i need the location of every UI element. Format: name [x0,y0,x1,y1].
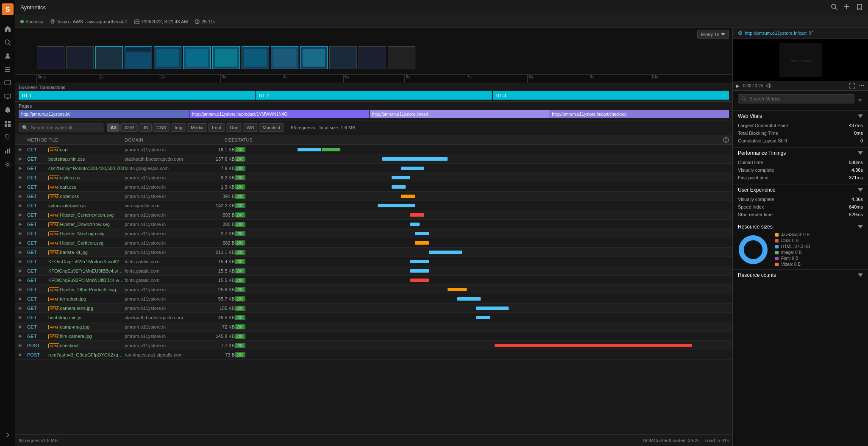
bt-bar-2[interactable]: BT 2 [256,91,492,100]
svg-rect-9 [5,94,11,98]
table-row[interactable]: ▶ GET APMcart.css pmrum.o11ystore.in 1.3… [15,182,732,192]
video-time: 0:00 / 0:25 [743,84,763,88]
table-row[interactable]: ▶ GET APMfilm-camera.jpg pmrum.o11ystore… [15,332,732,341]
page-title: Synthetics [20,4,46,11]
more-options-icon[interactable] [859,83,865,89]
filter-tab-js[interactable]: JS [139,123,152,132]
web-vitals-chevron[interactable] [858,114,863,118]
perf-timings-chevron[interactable] [858,151,863,155]
sidebar-search-icon[interactable] [3,38,12,47]
bt-bar-3[interactable]: BT 3 [493,91,729,100]
page-bar-3[interactable]: http://pmrum.o11ystore.in/cart [370,110,549,118]
sidebar-list-icon[interactable] [3,65,12,74]
table-row[interactable]: ▶ POST APMcheckout pmrum.o11ystore.in 7.… [15,341,732,350]
page-bar-2[interactable]: http://pmrum.o11ystore.in/product/1YMWWN… [189,110,369,118]
metric-row-cls: Cumulative Layout Shift 0 [738,137,863,145]
search-metrics-input[interactable] [738,94,854,103]
table-row[interactable]: ▶ GET bootstrap.min.js stackpath.bootstr… [15,313,732,322]
sidebar-bell-icon[interactable] [3,106,12,114]
filter-tab-font[interactable]: Font [208,123,225,132]
filter-tab-doc[interactable]: Doc [226,123,242,132]
location-text: Tokyo - AWS - aws-ap-northeast-1 [57,19,128,24]
video-url-link[interactable]: http://pmrum.o11ystore.in/cart [745,31,807,36]
table-row[interactable]: ▶ GET APMorder.css pmrum.o11ystore.in 39… [15,192,732,201]
resource-counts-chevron[interactable] [858,273,863,277]
sidebar-expand-icon[interactable] [3,431,12,439]
filter-tab-all[interactable]: All [107,123,120,132]
table-row[interactable]: ▶ GET APMcart pmrum.o11ystore.in 16.1 KB… [15,145,732,154]
ue-chevron[interactable] [858,188,863,192]
header-search-icon[interactable] [831,3,837,11]
page-bar-1[interactable]: http://pmrum.o11ystore.in/ [19,110,189,118]
filmstrip-frame [125,46,152,69]
table-row[interactable]: ▶ GET APMHipster_NavLogo.svg pmrum.o11ys… [15,229,732,238]
filter-tab-manifest[interactable]: Manifest [259,123,284,132]
filmstrip-frame [388,46,415,69]
table-row[interactable]: ▶ GET APMHipster_DownArrow.svg pmrum.o11… [15,220,732,229]
table-row[interactable]: ▶ GET splunk-otel-web.js cdn.signalfx.co… [15,201,732,210]
video-player[interactable]: Video Preview [733,39,868,81]
header-bookmark-icon[interactable] [856,3,863,11]
svg-rect-50 [740,31,741,35]
sidebar-chart-icon[interactable] [3,147,12,155]
waterfall-search-input[interactable] [19,123,103,132]
ue-title: User Experience [738,187,776,193]
svg-point-14 [8,136,9,137]
sidebar-grid-icon[interactable] [3,120,12,128]
time-tick-4: 4s [282,75,343,83]
header-add-icon[interactable] [843,3,850,11]
fullscreen-icon[interactable] [849,83,855,89]
sidebar-home-icon[interactable] [3,25,12,33]
table-row[interactable]: ▶ GET APMHipster_CartIcon.svg pmrum.o11y… [15,238,732,248]
legend-css: CSS: 0 B [775,238,810,243]
table-row[interactable]: ▶ GET APMHipster_OtherProducts.svg pmrum… [15,285,732,294]
legend-js: JavaScript: 0 B [775,232,810,237]
filter-tab-media[interactable]: Media [187,123,207,132]
filter-tab-xhr[interactable]: XHR [120,123,138,132]
svg-point-55 [863,85,864,86]
filter-tab-ws[interactable]: WS [243,123,258,132]
metric-row-vc: Visually complete 4.36s [738,195,863,203]
time-tick-8: 8s [527,75,589,83]
business-transactions-section: Business Transactions BT 1 BT 2 BT 3 [15,83,732,102]
table-row[interactable]: ▶ GET APMstyles.css pmrum.o11ystore.in 9… [15,173,732,182]
sidebar-user-icon[interactable] [3,52,12,60]
status-text: Success [25,19,43,24]
time-tick-7: 7s [466,75,527,83]
play-button[interactable]: ▶ [736,84,740,88]
filter-tab-css[interactable]: CSS [153,123,170,132]
table-row[interactable]: ▶ GET css?family=Roboto:300,400,500,700 … [15,164,732,173]
table-row[interactable]: ▶ GET KFOlCnqEu92Fr1MmWUlfBBc4.woff2 fon… [15,276,732,285]
svg-rect-12 [5,124,7,127]
metric-row-start-render: Start render time 529ms [738,211,863,218]
resource-sizes-chevron[interactable] [858,225,863,229]
table-row[interactable]: ▶ GET KFOmCnqEu92Fr1Mu4mxK.woff2 fonts.g… [15,257,732,266]
table-row[interactable]: ▶ GET bootstrap.min.css stackpath.bootst… [15,154,732,164]
table-row[interactable]: ▶ GET APMterrarium.jpg pmrum.o11ystore.i… [15,294,732,304]
metric-row-onload: Onload time 538ms [738,159,863,166]
table-row[interactable]: ▶ POST rum?auth=3_G9euGFfpDYCK2xqosr9g r… [15,350,732,360]
filmstrip [15,41,732,74]
volume-icon[interactable] [766,83,772,89]
table-row[interactable]: ▶ GET KFOlCnqEu92Fr1MnEU9fBBc4.woff2 fon… [15,266,732,276]
sidebar-settings-icon[interactable] [3,160,12,169]
table-row[interactable]: ▶ GET APMbarista-kit.jpg pmrum.o11ystore… [15,248,732,257]
page-bar-4[interactable]: http://pmrum.o11ystore.in/cart/checkout [549,110,729,118]
svg-line-57 [745,100,746,101]
splunk-logo[interactable]: S [2,3,14,15]
svg-line-3 [9,44,11,45]
table-row[interactable]: ▶ GET APMcamp-mug.jpg pmrum.o11ystore.in… [15,322,732,332]
table-row[interactable]: ▶ GET APMHipster_CurrencyIcon.svg pmrum.… [15,210,732,220]
top-header: Synthetics [15,0,868,15]
sidebar-tag-icon[interactable] [3,133,12,142]
metric-row-visually-complete: Visually complete 4.36s [738,166,863,174]
every-dropdown[interactable]: Every 1s [697,30,729,39]
resource-counts-title: Resource counts [738,272,776,278]
sidebar-message-icon[interactable] [3,92,12,101]
sidebar-monitor-icon[interactable] [3,79,12,87]
time-axis: 0ms 1s 2s 3s 4s 5s 6s 7s 8s 9s 10s [15,74,732,83]
table-row[interactable]: ▶ GET APMcamera-lens.jpg pmrum.o11ystore… [15,304,732,313]
filter-icon[interactable] [857,98,863,103]
filter-tab-img[interactable]: Img [171,123,186,132]
bt-bar-1[interactable]: BT 1 [19,91,255,100]
